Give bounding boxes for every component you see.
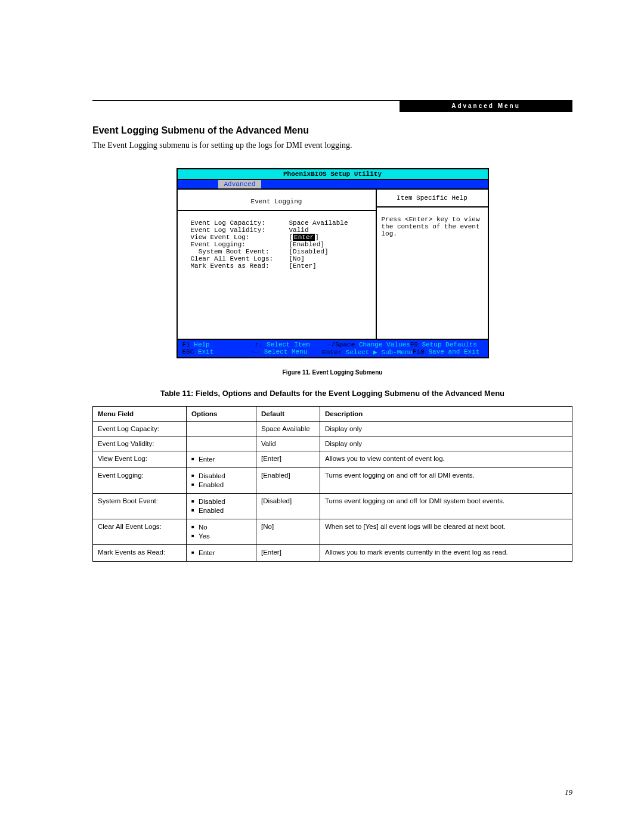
table-header-row: Menu Field Options Default Description <box>93 407 572 422</box>
cell-options: DisabledEnabled <box>187 493 256 519</box>
cell-default: [Enabled] <box>256 467 320 493</box>
table-row: View Event Log:Enter[Enter]Allows you to… <box>93 451 572 468</box>
bios-screenshot: PhoenixBIOS Setup Utility Advanced Event… <box>177 168 489 358</box>
option-item: Enter <box>191 455 251 464</box>
cell-description: Allows you to view content of event log. <box>320 451 572 468</box>
option-item: Disabled <box>191 497 251 506</box>
bios-utility-title: PhoenixBIOS Setup Utility <box>178 169 488 180</box>
bios-setting-value[interactable]: [No] <box>289 255 305 262</box>
th-description: Description <box>320 407 572 422</box>
cell-default: [Disabled] <box>256 493 320 519</box>
option-item: Yes <box>191 532 251 541</box>
page-number: 19 <box>565 788 572 797</box>
table-row: Mark Events as Read:Enter[Enter]Allows y… <box>93 544 572 561</box>
option-item: Enabled <box>191 506 251 515</box>
bios-setting-row: Clear All Event Logs:[No] <box>191 255 367 262</box>
cell-description: Display only <box>320 436 572 451</box>
bios-setting-value[interactable]: [Enabled] <box>289 241 324 248</box>
cell-menu-field: View Event Log: <box>93 451 187 468</box>
bios-tab-bar: Advanced <box>178 180 488 190</box>
bios-setting-value[interactable]: [Disabled] <box>289 248 329 255</box>
bios-setting-label: Event Logging: <box>191 241 289 248</box>
cell-description: Allows you to mark events currently in t… <box>320 544 572 561</box>
cell-menu-field: Event Log Capacity: <box>93 422 187 436</box>
cell-menu-field: Mark Events as Read: <box>93 544 187 561</box>
bios-setting-value[interactable]: [Enter] <box>289 234 319 241</box>
page: Advanced Menu Event Logging Submenu of t… <box>0 0 644 833</box>
bios-setting-label: System Boot Event: <box>191 248 289 255</box>
bios-setting-label: Mark Events as Read: <box>191 262 289 270</box>
cell-description: Turns event logging on and off for all D… <box>320 467 572 493</box>
bios-setting-row: View Event Log:[Enter] <box>191 234 367 241</box>
cell-menu-field: Event Logging: <box>93 467 187 493</box>
cell-default: [Enter] <box>256 544 320 561</box>
option-item: Enter <box>191 549 251 558</box>
option-item: Enabled <box>191 481 251 490</box>
bios-tab-advanced[interactable]: Advanced <box>218 180 262 188</box>
bios-setting-row: Event Logging:[Enabled] <box>191 241 367 248</box>
cell-options: NoYes <box>187 519 256 544</box>
bios-setting-label: Event Log Validity: <box>191 227 289 234</box>
cell-default: [No] <box>256 519 320 544</box>
cell-options <box>187 436 256 451</box>
option-item: No <box>191 523 251 532</box>
bios-setting-row: Event Log Capacity:Space Available <box>191 219 367 227</box>
table-row: System Boot Event:DisabledEnabled[Disabl… <box>93 493 572 519</box>
figure-caption: Figure 11. Event Logging Submenu <box>92 369 572 376</box>
bios-setting-label: Event Log Capacity: <box>191 219 289 227</box>
section-header-bar: Advanced Menu <box>400 100 572 112</box>
section-title: Event Logging Submenu of the Advanced Me… <box>92 125 572 136</box>
bios-setting-row: Mark Events as Read:[Enter] <box>191 262 367 270</box>
options-table: Menu Field Options Default Description E… <box>92 406 572 562</box>
cell-options <box>187 422 256 436</box>
th-menu-field: Menu Field <box>93 407 187 422</box>
table-row: Event Log Validity:ValidDisplay only <box>93 436 572 451</box>
cell-description: Display only <box>320 422 572 436</box>
cell-description: Turns event logging on and off for DMI s… <box>320 493 572 519</box>
bios-help-text: Press <Enter> key to view the contents o… <box>382 216 483 237</box>
bios-setting-value[interactable]: [Enter] <box>289 262 317 270</box>
cell-description: When set to [Yes] all event logs will be… <box>320 519 572 544</box>
cell-default: Valid <box>256 436 320 451</box>
option-item: Disabled <box>191 472 251 481</box>
cell-menu-field: Clear All Event Logs: <box>93 519 187 544</box>
bios-help-title: Item Specific Help <box>377 190 488 208</box>
table-row: Clear All Event Logs:NoYes[No]When set t… <box>93 519 572 544</box>
cell-menu-field: Event Log Validity: <box>93 436 187 451</box>
table-row: Event Log Capacity:Space AvailableDispla… <box>93 422 572 436</box>
cell-options: Enter <box>187 544 256 561</box>
bios-setting-label: Clear All Event Logs: <box>191 255 289 262</box>
cell-default: [Enter] <box>256 451 320 468</box>
content-area: Event Logging Submenu of the Advanced Me… <box>92 99 572 562</box>
table-row: Event Logging:DisabledEnabled[Enabled]Tu… <box>93 467 572 493</box>
bios-footer-row1: F1 Help ↑↓ Select Item -/Space Change Va… <box>182 341 483 348</box>
bios-setting-value[interactable]: Space Available <box>289 219 348 227</box>
bios-setting-label: View Event Log: <box>191 234 289 241</box>
cell-default: Space Available <box>256 422 320 436</box>
bios-setting-row: Event Log Validity:Valid <box>191 227 367 234</box>
bios-setting-row: System Boot Event:[Disabled] <box>191 248 367 255</box>
table-title: Table 11: Fields, Options and Defaults f… <box>92 389 572 398</box>
bios-help-panel: Item Specific Help Press <Enter> key to … <box>377 190 488 339</box>
bios-settings-list: Event Log Capacity:Space AvailableEvent … <box>178 211 376 336</box>
cell-menu-field: System Boot Event: <box>93 493 187 519</box>
cell-options: Enter <box>187 451 256 468</box>
bios-body: Event Logging Event Log Capacity:Space A… <box>178 190 488 339</box>
bios-left-panel: Event Logging Event Log Capacity:Space A… <box>178 190 377 339</box>
cell-options: DisabledEnabled <box>187 467 256 493</box>
th-options: Options <box>187 407 256 422</box>
bios-footer-row2: ESC Exit ←→ Select Menu Enter Select ▶ S… <box>182 348 483 356</box>
th-default: Default <box>256 407 320 422</box>
bios-footer: F1 Help ↑↓ Select Item -/Space Change Va… <box>178 339 488 357</box>
bios-left-title: Event Logging <box>178 193 376 211</box>
intro-text: The Event Logging submenu is for setting… <box>92 141 572 150</box>
bios-setting-value[interactable]: Valid <box>289 227 309 234</box>
